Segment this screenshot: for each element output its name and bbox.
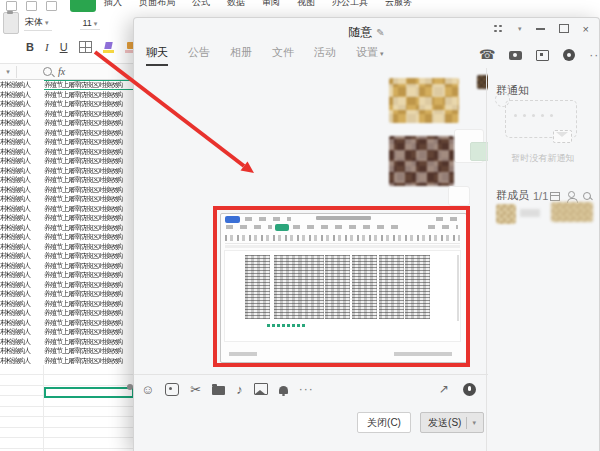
underline-button[interactable]: U	[60, 41, 68, 53]
minimize-button[interactable]	[536, 28, 545, 30]
voice-call-icon[interactable]: ☎	[479, 49, 495, 61]
menu-item[interactable]: 页面布局	[139, 0, 175, 9]
sheet-empty-grid[interactable]	[0, 365, 134, 451]
sheet-row: 村检验购人养殖节上屠宰防疫区对接收购	[0, 194, 134, 204]
sheet-row: 村检验购人养殖节上屠宰防疫区对接收购	[0, 109, 134, 119]
sticker-icon[interactable]	[165, 383, 179, 396]
member-avatar[interactable]	[496, 204, 516, 224]
data-column	[352, 255, 377, 319]
format-toolbar[interactable]: B I U	[26, 41, 136, 53]
send-file-icon[interactable]	[212, 386, 225, 395]
sent-image-1[interactable]	[389, 78, 459, 123]
message-input-area[interactable]: ☺ ✂ ♪ ··· ↗ 关闭(C) 发送(S)▾	[134, 374, 488, 451]
bold-button[interactable]: B	[26, 41, 34, 53]
tab-公告[interactable]: 公告	[188, 45, 210, 66]
name-box[interactable]: ▾	[0, 66, 17, 78]
paste-icon[interactable]	[3, 12, 19, 34]
screen-share-icon[interactable]	[536, 50, 549, 61]
member-extra-blurred	[551, 202, 593, 222]
mini-toolbar	[225, 233, 460, 244]
data-column	[379, 255, 404, 319]
sheet-row: 村检验购人养殖节上屠宰防疫区对接收购	[0, 251, 134, 261]
tab-文件[interactable]: 文件	[272, 45, 294, 66]
data-column	[299, 255, 324, 319]
more-tools-icon[interactable]: ···	[299, 382, 314, 396]
wps-logo[interactable]	[70, 0, 96, 12]
sheet-row: 村检验购人养殖节上屠宰防疫区对接收购	[0, 270, 134, 280]
chat-title: 随意	[348, 25, 372, 39]
send-options-icon[interactable]: ▾	[472, 419, 476, 427]
font-size-select[interactable]: 11▾	[80, 18, 101, 30]
tab-相册[interactable]: 相册	[230, 45, 252, 66]
mini-scrollbar	[457, 255, 459, 321]
send-button[interactable]: 发送(S)▾	[420, 412, 484, 433]
edit-title-icon[interactable]: ✎	[376, 27, 384, 38]
italic-button[interactable]: I	[45, 41, 49, 53]
tab-设置[interactable]: 设置▾	[356, 45, 384, 66]
data-column	[245, 255, 270, 319]
menu-item[interactable]: 审阅	[262, 0, 280, 9]
maximize-button[interactable]	[559, 24, 569, 33]
mini-active-tab	[275, 224, 289, 231]
sheet-row: 村检验购人养殖节上屠宰防疫区对接收购	[0, 156, 134, 166]
close-window-button[interactable]: ×	[583, 25, 589, 33]
invite-member-icon[interactable]	[568, 191, 575, 198]
sheet-row: 村检验购人养殖节上屠宰防疫区对接收购	[0, 185, 134, 195]
search-icon[interactable]	[43, 67, 52, 76]
sheet-row: 村检验购人养殖节上屠宰防疫区对接收购	[0, 137, 134, 147]
send-image-icon[interactable]	[254, 383, 268, 395]
sheet-row: 村检验购人养殖节上屠宰防疫区对接收购	[0, 356, 134, 366]
menu-item[interactable]: 插入	[104, 0, 122, 9]
video-call-icon[interactable]	[509, 51, 522, 60]
sheet-row: 村检验购人养殖节上屠宰防疫区对接收购	[0, 175, 134, 185]
sent-image-2[interactable]	[389, 136, 454, 186]
screenshot-icon[interactable]: ✂	[190, 383, 201, 396]
live-session-icon[interactable]	[563, 49, 575, 61]
audio-icon[interactable]: ♪	[236, 383, 243, 396]
sent-screenshot-thumbnail[interactable]	[220, 213, 467, 363]
menu-item[interactable]: 办公工具	[332, 0, 368, 9]
sheet-rows[interactable]: 村检验购人养殖节上屠宰防疫区对接收购村检验购人养殖节上屠宰防疫区对接收购村检验购…	[0, 80, 134, 365]
sheet-row: 村检验购人养殖节上屠宰防疫区对接收购	[0, 90, 134, 100]
tab-聊天[interactable]: 聊天	[146, 45, 168, 66]
sheet-row: 村检验购人养殖节上屠宰防疫区对接收购	[0, 232, 134, 242]
tab-活动[interactable]: 活动	[314, 45, 336, 66]
highlight-color-icon[interactable]	[103, 42, 114, 53]
selected-cell[interactable]	[44, 387, 134, 398]
notice-empty-text: 暂时没有新通知	[487, 152, 599, 165]
chat-titlebar[interactable]: 随意✎ ▾ ×	[134, 18, 599, 42]
chevron-down-icon[interactable]: ▾	[518, 25, 522, 33]
gift-icon[interactable]	[550, 192, 560, 201]
chat-tabs[interactable]: 聊天公告相册文件活动设置▾	[146, 45, 384, 66]
quick-access-toolbar[interactable]	[6, 1, 57, 11]
shake-window-icon[interactable]: ↗	[439, 382, 449, 396]
emoji-icon[interactable]: ☺	[141, 383, 154, 396]
menu-item[interactable]: 视图	[297, 0, 315, 9]
sheet-row: 村检验购人养殖节上屠宰防疫区对接收购	[0, 280, 134, 290]
sheet-row: 村检验购人养殖节上屠宰防疫区对接收购	[0, 299, 134, 309]
menu-item[interactable]: 公式	[192, 0, 210, 9]
excel-menu[interactable]: 插入页面布局公式数据审阅视图办公工具云服务	[104, 0, 412, 9]
search-member-icon[interactable]	[583, 192, 591, 200]
message-area[interactable]	[134, 68, 488, 375]
more-icon[interactable]: ···	[589, 48, 600, 62]
mini-menu-far	[428, 225, 458, 229]
apps-menu-icon[interactable]	[494, 25, 502, 33]
mini-formula-bar	[225, 245, 460, 248]
sheet-row: 村检验购人养殖节上屠宰防疫区对接收购	[0, 147, 134, 157]
fx-icon[interactable]: fx	[58, 66, 65, 77]
sheet-row: 村检验购人养殖节上屠宰防疫区对接收购	[0, 318, 134, 328]
borders-icon[interactable]	[79, 41, 92, 53]
sheet-row: 村检验购人养殖节上屠宰防疫区对接收购	[0, 337, 134, 347]
font-family-select[interactable]: 宋体▾	[24, 16, 52, 31]
menu-item[interactable]: 云服务	[385, 0, 412, 9]
remind-icon[interactable]	[279, 386, 288, 394]
close-button[interactable]: 关闭(C)	[357, 412, 411, 433]
menu-item[interactable]: 数据	[227, 0, 245, 9]
voice-record-icon[interactable]	[463, 383, 476, 396]
formula-bar[interactable]: ▾ fx	[0, 63, 133, 80]
mini-window-title	[316, 216, 371, 220]
sheet-row: 村检验购人养殖节上屠宰防疫区对接收购	[0, 128, 134, 138]
sheet-row: 村检验购人养殖节上屠宰防疫区对接收购	[0, 204, 134, 214]
sticker-card-2[interactable]	[448, 186, 470, 206]
